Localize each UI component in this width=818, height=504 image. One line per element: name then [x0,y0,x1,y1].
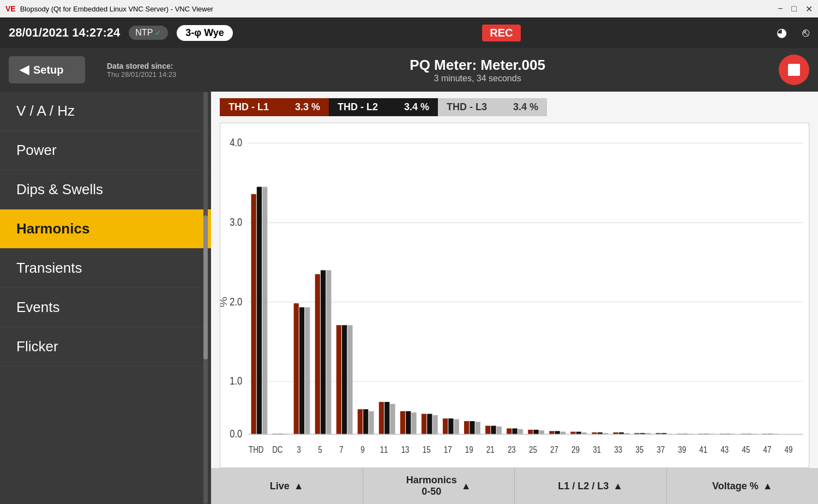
sidebar-item-harmonics[interactable]: Harmonics [0,209,211,249]
svg-rect-37 [432,415,437,434]
plug-icon: ⎋ [802,26,809,40]
stop-button[interactable] [779,55,809,85]
bottom-btn-voltage[interactable]: Voltage % ▲ [667,468,819,504]
window-controls[interactable]: − □ ✕ [778,4,813,14]
sidebar-item-events[interactable]: Events [0,288,211,327]
sidebar-item-transients[interactable]: Transients [0,249,211,288]
svg-text:43: 43 [720,445,729,454]
svg-text:5: 5 [318,445,322,454]
wifi-icon: ◕ [777,26,787,40]
bottombar: Live ▲ Harmonics0-50 ▲ L1 / L2 / L3 ▲ Vo… [211,468,818,504]
svg-rect-51 [533,430,538,434]
thd-l2-label: THD - L2 [338,101,404,113]
svg-rect-38 [443,418,448,434]
wye-badge: 3-φ Wye [177,25,233,41]
svg-text:%: % [220,297,229,307]
svg-text:13: 13 [401,445,410,454]
svg-text:0.0: 0.0 [230,428,242,440]
chart-area: THD - L1 3.3 % THD - L2 3.4 % THD - L3 3… [211,92,818,468]
svg-rect-28 [369,411,374,434]
datetime-display: 28/01/2021 14:27:24 [9,26,120,40]
sidebar-item-v-a-hz[interactable]: V / A / Hz [0,92,211,131]
l1l2l3-label: L1 / L2 / L3 [558,481,609,492]
thd-l3-badge: THD - L3 3.4 % [438,98,547,116]
thd-l1-badge: THD - L1 3.3 % [220,98,329,116]
sidebar-item-power[interactable]: Power [0,131,211,170]
svg-text:21: 21 [486,445,495,454]
svg-rect-25 [347,325,352,434]
data-stored-date: Thu 28/01/2021 14:23 [107,70,176,79]
svg-rect-34 [411,412,416,434]
svg-text:7: 7 [339,445,343,454]
bottom-btn-harmonics[interactable]: Harmonics0-50 ▲ [363,468,515,504]
thd-row: THD - L1 3.3 % THD - L2 3.4 % THD - L3 3… [220,98,809,116]
wye-label: 3-φ Wye [185,27,224,38]
svg-rect-11 [251,194,256,434]
data-stored-label: Data stored since: [107,62,176,70]
right-panel: THD - L1 3.3 % THD - L2 3.4 % THD - L3 3… [211,92,818,504]
svg-text:23: 23 [508,445,516,454]
svg-text:19: 19 [465,445,473,454]
headerbar: ◀ Setup Data stored since: Thu 28/01/202… [0,48,818,92]
svg-rect-46 [497,427,502,435]
svg-rect-42 [470,421,474,434]
svg-text:11: 11 [380,445,388,454]
svg-rect-23 [336,325,341,434]
harmonics-chart-svg: 4.0 3.0 2.0 1.0 0.0 % [220,123,809,467]
svg-rect-47 [507,428,512,434]
thd-l3-value: 3.4 % [513,101,538,113]
voltage-label: Voltage % [712,481,759,492]
svg-rect-32 [400,411,405,434]
vnc-logo-icon: VE [5,4,16,13]
bottom-btn-live[interactable]: Live ▲ [211,468,363,504]
svg-text:3.0: 3.0 [230,217,242,229]
svg-text:49: 49 [785,445,793,454]
svg-text:3: 3 [297,445,300,454]
svg-rect-40 [454,419,459,434]
svg-text:27: 27 [550,445,558,454]
data-stored-info: Data stored since: Thu 28/01/2021 14:23 [107,62,176,79]
ntp-label: NTP [135,28,153,38]
close-icon[interactable]: ✕ [805,4,813,14]
svg-text:37: 37 [657,445,665,454]
svg-rect-43 [476,422,480,434]
svg-rect-48 [512,428,517,434]
svg-rect-20 [315,274,320,435]
rec-label: REC [490,27,513,39]
thd-l2-badge: THD - L2 3.4 % [329,98,438,116]
maximize-icon[interactable]: □ [791,4,797,14]
sidebar-scrollbar-thumb [203,215,208,360]
svg-text:1.0: 1.0 [230,375,242,387]
main-content: V / A / Hz Power Dips & Swells Harmonics… [0,92,818,504]
svg-rect-13 [262,187,267,434]
svg-rect-33 [406,411,411,434]
svg-rect-22 [326,270,331,434]
svg-rect-26 [358,409,363,434]
window-title: Blopsody (Qt for Embedded Linux VNC Serv… [20,5,778,13]
svg-text:29: 29 [572,445,580,454]
minimize-icon[interactable]: − [778,4,783,14]
svg-rect-49 [518,429,523,435]
setup-label: Setup [33,64,64,76]
svg-rect-35 [422,414,426,435]
svg-text:THD: THD [249,445,263,454]
sidebar-item-flicker[interactable]: Flicker [0,327,211,367]
svg-rect-21 [321,270,326,434]
svg-rect-17 [294,303,299,434]
svg-text:39: 39 [678,445,686,454]
bottom-btn-l1l2l3[interactable]: L1 / L2 / L3 ▲ [515,468,667,504]
sidebar-scrollbar[interactable] [203,92,208,504]
svg-text:DC: DC [272,445,282,454]
svg-rect-19 [305,307,310,434]
header-center: PQ Meter: Meter.005 3 minutes, 34 second… [185,57,770,83]
svg-text:17: 17 [444,445,452,454]
svg-rect-36 [427,414,432,435]
setup-button[interactable]: ◀ Setup [9,56,85,83]
thd-l1-label: THD - L1 [228,101,295,113]
sidebar-item-dips-swells[interactable]: Dips & Swells [0,170,211,209]
svg-text:2.0: 2.0 [230,296,242,308]
live-arrow-icon: ▲ [294,481,304,492]
svg-rect-41 [464,421,469,434]
duration-text: 3 minutes, 34 seconds [185,74,770,83]
svg-text:35: 35 [635,445,643,454]
